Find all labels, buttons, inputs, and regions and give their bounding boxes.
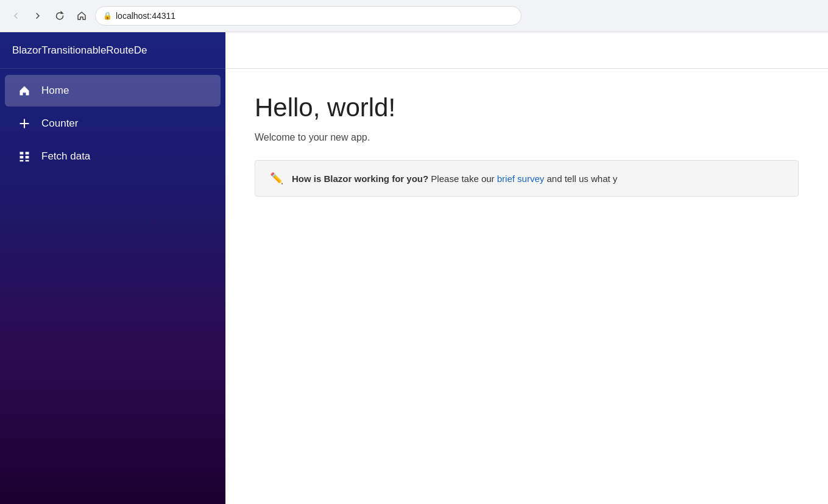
plus-icon (17, 116, 32, 131)
home-icon (17, 83, 32, 98)
sidebar: BlazorTransitionableRouteDe Home Cou (0, 32, 225, 504)
svg-rect-3 (26, 156, 29, 158)
browser-chrome: 🔒 localhost:44311 (0, 0, 828, 32)
lock-icon: 🔒 (103, 12, 112, 20)
page-subtitle: Welcome to your new app. (255, 132, 799, 143)
sidebar-item-home-label: Home (41, 85, 69, 97)
sidebar-item-home[interactable]: Home (5, 75, 221, 107)
pencil-icon: ✏️ (270, 172, 283, 185)
grid-icon (17, 149, 32, 164)
back-button[interactable] (7, 7, 24, 24)
survey-pre-link: Please take our (428, 173, 497, 184)
sidebar-item-fetch-data[interactable]: Fetch data (5, 141, 221, 172)
forward-button[interactable] (29, 7, 46, 24)
svg-rect-1 (26, 152, 29, 155)
survey-link[interactable]: brief survey (497, 173, 545, 184)
sidebar-item-fetch-data-label: Fetch data (41, 150, 90, 163)
svg-rect-5 (26, 160, 29, 162)
sidebar-item-counter[interactable]: Counter (5, 108, 221, 139)
survey-banner: ✏️ How is Blazor working for you? Please… (255, 160, 799, 197)
reload-button[interactable] (51, 7, 68, 24)
url-text: localhost:44311 (116, 11, 175, 21)
survey-text: How is Blazor working for you? Please ta… (292, 173, 617, 184)
browser-toolbar: 🔒 localhost:44311 (0, 0, 828, 32)
address-bar[interactable]: 🔒 localhost:44311 (95, 6, 522, 26)
svg-rect-4 (20, 160, 24, 162)
svg-rect-2 (20, 156, 24, 158)
sidebar-nav: Home Counter (0, 69, 225, 178)
sidebar-item-counter-label: Counter (41, 117, 78, 130)
app-container: BlazorTransitionableRouteDe Home Cou (0, 32, 828, 504)
main-content: Hello, world! Welcome to your new app. ✏… (225, 32, 828, 504)
page-title: Hello, world! (255, 93, 799, 122)
survey-post-link: and tell us what y (544, 173, 617, 184)
survey-bold-text: How is Blazor working for you? (292, 173, 428, 184)
home-nav-button[interactable] (73, 7, 90, 24)
sidebar-brand: BlazorTransitionableRouteDe (0, 32, 225, 69)
svg-rect-0 (20, 152, 24, 155)
main-body: Hello, world! Welcome to your new app. ✏… (225, 69, 828, 221)
main-header (225, 32, 828, 69)
